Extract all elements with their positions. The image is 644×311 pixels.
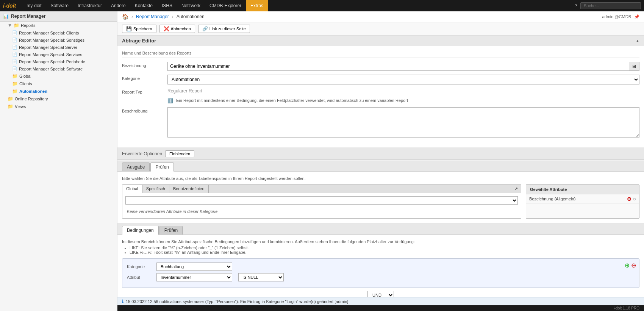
- bedingungen-info: In diesem Bereich können Sie Attribut-sp…: [122, 239, 639, 255]
- breadcrumb-report-manager[interactable]: Report Manager: [136, 14, 169, 19]
- condition-row-actions: ⊕ ⊖: [625, 262, 636, 269]
- nav-kontakte[interactable]: Kontakte: [130, 0, 157, 11]
- sidebar-item-clients-special[interactable]: 📄 Report Manager Special: Clients: [0, 29, 117, 36]
- tab-pruefen[interactable]: Prüfen: [150, 163, 174, 172]
- hint-1: LIKE: Sie setzen die "%" (n-Zeichen) ode…: [130, 245, 639, 250]
- sidebar-item-online-repo[interactable]: 📁 Online Repository: [0, 95, 117, 103]
- nav-my-doit[interactable]: my-doit: [22, 0, 46, 11]
- breadcrumb-automationen: Automationen: [177, 14, 205, 19]
- user-info: admin @CMDB 📌: [602, 14, 639, 19]
- folder-icon: 📁: [12, 89, 18, 94]
- abfrage-editor-title: Abfrage Editor: [122, 38, 156, 44]
- link-button[interactable]: 🔗 Link zu dieser Seite: [198, 25, 250, 33]
- abfrage-editor-section: Abfrage Editor ▲ Name und Beschreibung d…: [117, 36, 644, 147]
- attr-tab-arrow[interactable]: ↗: [511, 185, 521, 193]
- collapse-arrow-1[interactable]: ▲: [636, 39, 639, 43]
- nav-cmdb-explorer[interactable]: CMDB-Explorer: [205, 0, 246, 11]
- tab-bedingungen-pruefen[interactable]: Prüfen: [159, 226, 183, 234]
- einblenden-button[interactable]: Einblenden: [165, 150, 194, 157]
- attr-select[interactable]: -: [125, 196, 518, 205]
- sidebar-item-views[interactable]: 📁 Views: [0, 103, 117, 110]
- nav-infrastruktur[interactable]: Infrastruktur: [73, 0, 106, 11]
- beschreibung-row: Beschreibung: [122, 107, 639, 139]
- attr-tab-spezifisch[interactable]: Spezifisch: [142, 185, 169, 193]
- bezeichnung-icon[interactable]: ⊞: [629, 62, 639, 71]
- breadcrumb-sep2: ›: [172, 14, 174, 19]
- hint-2: LIKE %…%: i-doit setzt "%" an Anfang und…: [130, 250, 639, 255]
- sidebar-item-label: Report Manager Special: Clients: [19, 31, 79, 35]
- cancel-label: Abbrechen: [171, 27, 191, 31]
- sidebar-item-server[interactable]: 📄 Report Manager Special Server: [0, 44, 117, 51]
- breadcrumb-sep1: ›: [131, 14, 133, 19]
- status-bar: ℹ 15.03.2022 12:56 notifications-systemu…: [117, 297, 644, 305]
- attr-empty-text: Keine verwendbaren Attribute in dieser K…: [125, 208, 518, 215]
- cond-attribut-row: Attribut Inventarnummer IS NULL IS NOT N…: [127, 273, 635, 281]
- report-typ-control: Regulärer Report: [167, 88, 639, 94]
- page-icon: 📄: [12, 45, 17, 50]
- sidebar-item-global[interactable]: 📁 Global: [0, 72, 117, 80]
- info-row: ℹ️ Ein Report mit mindestens einer Bedin…: [167, 98, 639, 103]
- sidebar-item-label: Report Manager Special Server: [19, 45, 77, 50]
- bezeichnung-input[interactable]: [167, 62, 629, 71]
- expand-icon: ▼: [8, 23, 12, 28]
- search-input[interactable]: [580, 2, 641, 9]
- bedingungen-tabs-bar: Bedingungen Prüfen: [117, 224, 644, 235]
- ausgabe-section: Ausgabe Prüfen Bitte wählen Sie die Attr…: [117, 161, 644, 223]
- attr-info-button[interactable]: ○: [633, 196, 636, 202]
- nav-ishs[interactable]: ISHS: [157, 0, 177, 11]
- page-icon: 📄: [12, 59, 17, 64]
- attr-remove-button[interactable]: ⊖: [627, 196, 631, 202]
- info-text: Ein Report mit mindestens einer Bedingun…: [176, 98, 408, 103]
- bezeichnung-input-wrap: ⊞: [167, 62, 639, 71]
- sidebar-item-reports[interactable]: ▼ 📁 Reports: [0, 22, 117, 29]
- bedingungen-hints: LIKE: Sie setzen die "%" (n-Zeichen) ode…: [130, 245, 639, 255]
- cancel-button[interactable]: ❌ Abbrechen: [159, 25, 195, 33]
- tab-ausgabe[interactable]: Ausgabe: [122, 163, 150, 171]
- sidebar-item-label: Automationen: [19, 89, 47, 94]
- nav-netzwerk[interactable]: Netzwerk: [177, 0, 205, 11]
- save-button[interactable]: 💾 Speichern: [122, 25, 156, 33]
- report-typ-value: Regulärer Report: [167, 87, 202, 94]
- sidebar-item-label: Global: [19, 74, 31, 78]
- kategorie-label: Kategorie: [122, 75, 167, 81]
- pin-icon[interactable]: 📌: [634, 14, 639, 19]
- save-icon: 💾: [126, 26, 132, 31]
- beschreibung-textarea[interactable]: [167, 107, 639, 138]
- bezeichnung-label: Bezeichnung: [122, 62, 167, 68]
- name-desc-label: Name und Beschreibung des Reports: [122, 51, 639, 58]
- nav-extras[interactable]: Extras: [246, 0, 268, 11]
- nav-software[interactable]: Software: [46, 0, 73, 11]
- beschreibung-label: Beschreibung: [122, 107, 167, 113]
- cond-operator-select[interactable]: IS NULL IS NOT NULL = != LIKE LIKE %...%: [238, 273, 284, 281]
- sidebar-item-services[interactable]: 📄 Report Manager Special: Services: [0, 51, 117, 58]
- cond-kategorie-row: Kategorie Buchhaltung: [127, 263, 635, 271]
- status-info-icon: ℹ: [122, 299, 123, 304]
- help-icon[interactable]: ?: [575, 3, 577, 8]
- page-icon: 📄: [12, 30, 17, 35]
- main-layout: 📊 Report Manager ▼ 📁 Reports 📄 Report Ma…: [0, 11, 644, 311]
- folder-icon: 📁: [12, 73, 18, 79]
- sidebar-item-software-special[interactable]: 📄 Report Manager Special: Software: [0, 65, 117, 72]
- sidebar-item-label: Report Manager Special: Sonstiges: [19, 38, 84, 42]
- tab-bedingungen[interactable]: Bedingungen: [122, 226, 159, 235]
- add-condition-button[interactable]: ⊕: [625, 262, 630, 269]
- folder-icon: 📁: [8, 104, 13, 109]
- cond-attribut-select[interactable]: Inventarnummer: [156, 273, 232, 281]
- sidebar-item-peripherie[interactable]: 📄 Report Manager Special: Peripherie: [0, 58, 117, 65]
- link-icon: 🔗: [202, 26, 208, 31]
- home-button[interactable]: 🏠: [122, 14, 128, 20]
- nav-andere[interactable]: Andere: [106, 0, 130, 11]
- report-typ-label: Report Typ: [122, 88, 167, 94]
- attr-tab-global[interactable]: Global: [122, 185, 142, 193]
- attr-tab-benutzerdefiniert[interactable]: Benutzerdefiniert: [169, 185, 209, 193]
- kategorie-select[interactable]: Automationen Global Clients: [167, 75, 639, 84]
- remove-condition-button[interactable]: ⊖: [631, 262, 636, 269]
- cond-kategorie-select[interactable]: Buchhaltung: [156, 263, 232, 271]
- sidebar-item-clients[interactable]: 📁 Clients: [0, 80, 117, 88]
- logo: i-doit: [3, 3, 16, 9]
- and-or-select[interactable]: UND ODER: [367, 291, 394, 297]
- sidebar: 📊 Report Manager ▼ 📁 Reports 📄 Report Ma…: [0, 11, 117, 311]
- sidebar-item-sonstiges[interactable]: 📄 Report Manager Special: Sonstiges: [0, 36, 117, 44]
- folder-icon: 📁: [14, 23, 19, 28]
- sidebar-item-automationen[interactable]: 📁 Automationen: [0, 88, 117, 95]
